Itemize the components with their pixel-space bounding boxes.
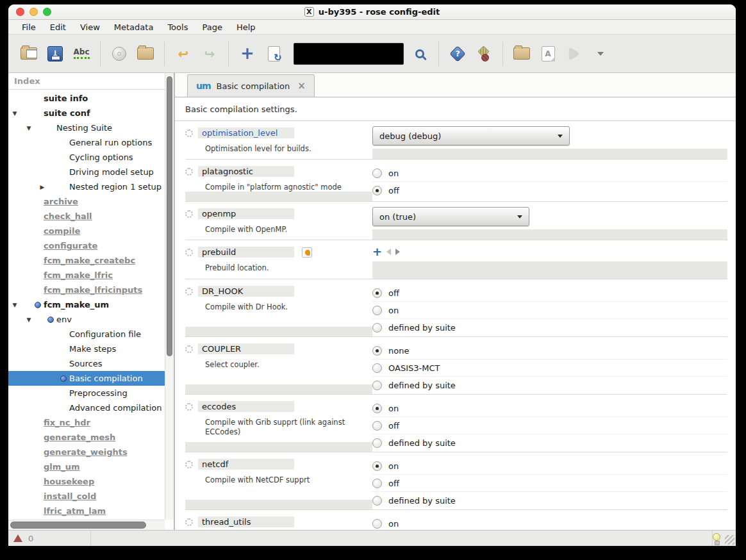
- radio-option-label[interactable]: defined by suite: [388, 496, 456, 506]
- radio-option-label[interactable]: none: [388, 346, 409, 356]
- tree-item-fcm-make-createbc[interactable]: fcm_make_createbc: [8, 253, 165, 268]
- tab-close-icon[interactable]: ×: [297, 80, 306, 92]
- run-options-button[interactable]: [590, 42, 611, 65]
- titlebar[interactable]: X u-by395 - rose config-edit: [8, 4, 736, 20]
- radio-button[interactable]: [372, 479, 382, 488]
- browse-files-button[interactable]: [135, 42, 156, 65]
- radio-button[interactable]: [372, 169, 382, 178]
- radio-button[interactable]: [372, 519, 382, 529]
- setting-name-label[interactable]: COUPLER: [198, 343, 294, 354]
- revert-page-button[interactable]: ↻: [263, 42, 284, 65]
- tree-item-advanced-compilation[interactable]: Advanced compilation: [8, 400, 165, 415]
- find-button[interactable]: [410, 42, 430, 65]
- tree-item-driving-model-setup[interactable]: Driving model setup: [8, 165, 165, 179]
- tab-basic-compilation[interactable]: um Basic compilation ×: [187, 74, 315, 97]
- minimize-window-button[interactable]: [29, 8, 38, 16]
- metadata-help-button[interactable]: ?: [447, 42, 468, 65]
- radio-option-defined-by-suite[interactable]: defined by suite: [372, 434, 727, 452]
- sidebar-vscrollbar[interactable]: [165, 73, 174, 520]
- setting-name-label[interactable]: prebuild: [198, 247, 294, 258]
- radio-option-off[interactable]: off: [372, 284, 727, 302]
- add-variable-button[interactable]: +: [237, 42, 258, 65]
- radio-option-on[interactable]: on: [372, 400, 727, 417]
- radio-button[interactable]: [372, 438, 382, 448]
- radio-option-defined-by-suite[interactable]: defined by suite: [372, 492, 727, 509]
- setting-name-label[interactable]: optimisation_level: [198, 128, 294, 138]
- radio-option-label[interactable]: off: [388, 479, 399, 488]
- resize-grip[interactable]: [725, 535, 734, 545]
- radio-option-label[interactable]: on: [388, 461, 399, 471]
- tree-item-general-run-options[interactable]: General run options: [8, 135, 165, 150]
- tree-item-make-steps[interactable]: Make steps: [8, 342, 165, 356]
- chevron-down-expander-icon[interactable]: ▼: [25, 125, 33, 131]
- run-suite-button[interactable]: [564, 42, 584, 65]
- tree-item-generate-weights[interactable]: generate_weights: [8, 445, 165, 459]
- chevron-down-expander-icon[interactable]: ▼: [25, 317, 33, 323]
- view-output-button[interactable]: A: [538, 42, 558, 65]
- setting-name-label[interactable]: netcdf: [198, 459, 294, 470]
- gear-icon[interactable]: [185, 249, 193, 256]
- add-element-button[interactable]: +: [372, 247, 382, 256]
- radio-button[interactable]: [372, 323, 382, 333]
- tree-item-check-hall[interactable]: check_hall: [8, 209, 165, 224]
- tree-item-basic-compilation[interactable]: Basic compilation: [8, 371, 165, 386]
- sidebar-hscrollbar[interactable]: [8, 520, 165, 530]
- search-input[interactable]: [294, 43, 404, 65]
- menu-help[interactable]: Help: [229, 21, 263, 33]
- radio-option-label[interactable]: defined by suite: [388, 323, 456, 333]
- tree-item-cycling-options[interactable]: Cycling options: [8, 150, 165, 165]
- tree-item-configurate[interactable]: configurate: [8, 238, 165, 253]
- setting-name-label[interactable]: eccodes: [198, 401, 294, 412]
- setting-name-label[interactable]: openmp: [198, 208, 294, 219]
- check-metadata-button[interactable]: Abc: [71, 42, 92, 65]
- radio-option-label[interactable]: off: [388, 288, 399, 298]
- menu-edit[interactable]: Edit: [43, 21, 73, 33]
- radio-button[interactable]: [372, 496, 382, 506]
- radio-option-label[interactable]: off: [388, 186, 399, 195]
- latent-value-icon[interactable]: [302, 247, 312, 258]
- menu-view[interactable]: View: [73, 21, 107, 33]
- tree-item-nesting-suite[interactable]: ▼Nesting Suite: [8, 120, 165, 135]
- tree-item-suite-conf[interactable]: ▼suite conf: [8, 106, 165, 120]
- tree-item-fcm-make-lfric[interactable]: fcm_make_lfric: [8, 268, 165, 283]
- radio-option-off[interactable]: off: [372, 182, 727, 199]
- gear-icon[interactable]: [185, 210, 193, 218]
- radio-button[interactable]: [372, 363, 382, 373]
- tree-item-configuration-file[interactable]: Configuration file: [8, 327, 165, 342]
- tree-item-lfric-atm-lam[interactable]: lfric_atm_lam: [8, 504, 165, 518]
- gear-icon[interactable]: [185, 129, 193, 137]
- radio-option-label[interactable]: off: [388, 421, 399, 431]
- radio-option-label[interactable]: OASIS3-MCT: [388, 363, 440, 373]
- setting-name-label[interactable]: DR_HOOK: [198, 286, 294, 297]
- gear-icon[interactable]: [185, 403, 193, 411]
- radio-option-oasis3-mct[interactable]: OASIS3-MCT: [372, 359, 727, 377]
- menu-file[interactable]: File: [15, 21, 43, 33]
- tree-item-install-cold[interactable]: install_cold: [8, 489, 165, 504]
- radio-option-on[interactable]: on: [372, 457, 727, 475]
- dropdown-optimisation-level[interactable]: debug (debug): [372, 126, 570, 145]
- radio-button[interactable]: [372, 404, 382, 413]
- radio-option-on[interactable]: on: [372, 515, 727, 530]
- metadata-switch-button[interactable]: [474, 42, 494, 65]
- radio-button[interactable]: [372, 461, 382, 471]
- radio-option-defined-by-suite[interactable]: defined by suite: [372, 377, 727, 394]
- save-button[interactable]: ↓: [45, 42, 65, 65]
- radio-button[interactable]: [372, 306, 382, 315]
- open-file-button[interactable]: [19, 42, 39, 65]
- tree-item-fcm-make-um[interactable]: ▼fcm_make_um: [8, 297, 165, 312]
- tree-item-env[interactable]: ▼env: [8, 312, 165, 327]
- setting-name-label[interactable]: platagnostic: [198, 166, 294, 177]
- radio-button[interactable]: [372, 421, 382, 431]
- tree-item-archive[interactable]: archive: [8, 194, 165, 209]
- tree-item-nested-region-1-setup[interactable]: ▶Nested region 1 setup: [8, 179, 165, 194]
- setting-name-label[interactable]: thread_utils: [198, 516, 294, 527]
- chevron-down-expander-icon[interactable]: ▼: [11, 302, 19, 308]
- prev-element-icon[interactable]: [386, 249, 391, 255]
- radio-option-none[interactable]: none: [372, 342, 727, 359]
- next-element-icon[interactable]: [395, 249, 400, 255]
- tree-item-housekeep[interactable]: housekeep: [8, 474, 165, 489]
- menu-metadata[interactable]: Metadata: [107, 21, 161, 33]
- tree-item-fcm-make-lfricinputs[interactable]: fcm_make_lfricinputs: [8, 283, 165, 297]
- chevron-down-expander-icon[interactable]: ▼: [11, 110, 19, 117]
- radio-option-label[interactable]: on: [388, 169, 399, 178]
